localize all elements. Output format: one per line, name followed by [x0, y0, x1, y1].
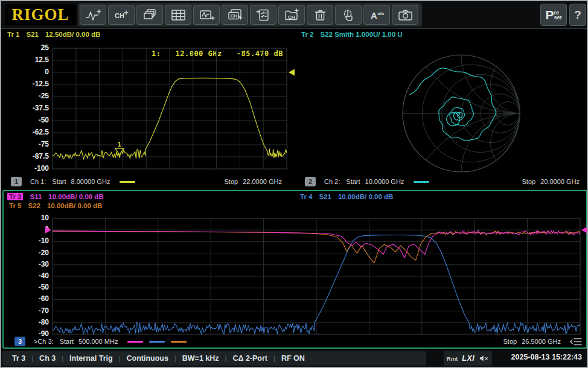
ch3-stop-label: Stop — [503, 338, 517, 345]
ch3-label: >Ch 3: — [34, 338, 54, 345]
trace4-line-sample — [149, 341, 165, 343]
y-tick-label: -75 — [22, 140, 49, 148]
preset-button[interactable]: P reset — [540, 4, 567, 26]
trace1-header: Tr 1 S21 12.50dB/ 0.00 dB — [7, 31, 100, 38]
trace1-line-sample — [120, 181, 135, 183]
trace5-scale: 10.00dB/ 0.00 dB — [47, 202, 102, 209]
y-tick-label: -12.5 — [22, 80, 49, 88]
status-item: BW=1 kHz — [182, 354, 219, 363]
smith-plot[interactable] — [296, 29, 587, 189]
svg-text:uto: uto — [377, 11, 384, 16]
status-separator: | — [174, 355, 176, 362]
trace3-line-sample — [127, 341, 143, 343]
svg-text:CH: CH — [288, 14, 295, 19]
status-item: RF ON — [281, 354, 305, 363]
y-tick-label: -40 — [22, 271, 49, 280]
y-tick-label: -62.5 — [22, 128, 49, 136]
status-separator: | — [119, 355, 121, 362]
trace5-header: Tr 5 S22 10.00dB/ 0.00 dB — [9, 202, 102, 209]
add-trace-button[interactable] — [80, 5, 106, 25]
channel1-footer: 1 Ch 1: Start 8.00000 GHz Stop 22.0000 G… — [11, 176, 282, 187]
channel-manager-button[interactable]: CH — [278, 5, 305, 25]
y-tick-label: -50 — [22, 116, 49, 124]
status-remote: Rmt LXI — [444, 351, 492, 366]
channel2-footer: 2 Ch 2: Start 10.0000 GHz Stop 20.0000 G… — [305, 176, 580, 187]
trace3-param: S11 — [30, 193, 42, 200]
ch2-start-value: 10.0000 GHz — [365, 178, 404, 185]
toolbar-buttons: CHCHCHAuto — [78, 3, 422, 27]
add-channel-button[interactable]: CH — [108, 5, 135, 25]
y-tick-label: -60 — [22, 294, 49, 303]
datetime: 2025-08-13 15:22:43 — [511, 353, 582, 361]
ch2-stop-label: Stop — [522, 178, 536, 185]
touch-button[interactable] — [335, 5, 362, 25]
trace1-scale: 12.50dB/ 0.00 dB — [45, 31, 100, 38]
svg-text:CH: CH — [230, 13, 237, 19]
status-left: Tr 3|Ch 3|Internal Trig|Continuous|BW=1 … — [2, 351, 426, 366]
channel1-badge[interactable]: 1 — [11, 177, 22, 186]
remote-indicator: Rmt — [447, 355, 458, 362]
trace4-param: S21 — [319, 193, 331, 200]
trace3-header: Tr 3 S11 10.00dB/ 0.00 dB — [7, 193, 104, 200]
status-item: Tr 3 — [12, 354, 25, 363]
status-separator: | — [31, 355, 33, 362]
ch1-stop-label: Stop — [225, 178, 238, 185]
trace5-param: S22 — [28, 202, 40, 209]
ch2-label: Ch 2: — [324, 178, 340, 185]
y-tick-label: 12.5 — [22, 56, 49, 64]
svg-text:CH: CH — [115, 12, 124, 19]
trace1-param: S21 — [26, 31, 38, 38]
ch2-stop-value: 20.0000 GHz — [540, 178, 580, 185]
y-tick-label: -30 — [22, 260, 49, 268]
ch2-start-label: Start — [346, 178, 360, 185]
y-tick-label: -80 — [22, 318, 49, 326]
trace5-line-sample — [171, 341, 187, 343]
y-tick-label: -37.5 — [22, 104, 49, 112]
trace-manager-button[interactable] — [250, 5, 276, 25]
toolbar: RIGOL CHCHCHAuto P reset ? — [1, 1, 587, 29]
ch1-stop-value: 22.0000 GHz — [243, 178, 282, 185]
ref-level-marker — [289, 69, 295, 76]
new-channel-window-button[interactable]: CH — [222, 5, 248, 25]
status-item: Internal Trig — [69, 354, 113, 363]
window-layout-button[interactable] — [136, 5, 163, 25]
channel2-badge[interactable]: 2 — [305, 177, 316, 186]
status-separator: | — [62, 355, 63, 362]
status-item: Ch 3 — [39, 354, 56, 363]
speaker-muted-icon — [479, 355, 489, 362]
channel1-panel[interactable]: Tr 1 S21 12.50dB/ 0.00 dB 1: 12.000 GHz … — [2, 29, 295, 189]
ch1-start-value: 8.00000 GHz — [71, 178, 110, 185]
channel3-footer: 3 >Ch 3: Start 500.000 MHz Stop 26.5000 … — [14, 336, 583, 347]
channel3-badge[interactable]: 3 — [14, 337, 25, 346]
y-tick-label: -10 — [22, 236, 49, 245]
y-tick-label: -20 — [22, 249, 49, 257]
new-trace-window-button[interactable] — [193, 5, 220, 25]
trace1-id: Tr 1 — [7, 31, 19, 38]
preset-label: P reset — [545, 8, 561, 21]
channel2-panel[interactable]: Tr 2 S22 Smith 1.000U/ 1.00 U 2 Ch 2: St… — [296, 29, 587, 189]
trace4-id: Tr 4 — [300, 193, 312, 200]
svg-text:A: A — [371, 10, 377, 20]
multi-trace-plot[interactable] — [53, 218, 580, 334]
ch1-start-label: Start — [52, 178, 66, 185]
lxi-indicator: LXI — [462, 354, 475, 363]
svg-text:1: 1 — [118, 141, 121, 148]
channel3-panel[interactable]: Tr 3 S11 10.00dB/ 0.00 dB Tr 4 S21 10.00… — [2, 190, 587, 349]
delete-button[interactable] — [307, 5, 333, 25]
trace4-header: Tr 4 S21 10.00dB/ 0.00 dB — [300, 193, 393, 200]
measurement-table-button[interactable] — [165, 5, 191, 25]
vna-screen: RIGOL CHCHCHAuto P reset ? Tr 1 S21 12.5… — [0, 0, 588, 368]
s21-plot[interactable]: 1 — [53, 48, 287, 169]
trace3-id[interactable]: Tr 3 — [7, 193, 23, 200]
status-bar: Tr 3|Ch 3|Internal Trig|Continuous|BW=1 … — [1, 350, 587, 367]
y-tick-label: 0 — [22, 225, 49, 233]
status-item: CΔ 2-Port — [232, 354, 267, 363]
menu-collapse-icon[interactable] — [569, 337, 583, 346]
auto-scale-button[interactable]: Auto — [363, 5, 390, 25]
trace5-id: Tr 5 — [9, 202, 21, 209]
help-button[interactable]: ? — [569, 4, 586, 26]
y-tick-label: -100 — [22, 164, 49, 173]
trace4-scale: 10.00dB/ 0.00 dB — [338, 193, 393, 200]
screenshot-button[interactable] — [392, 5, 418, 25]
trace3-scale: 10.00dB/ 0.00 dB — [48, 193, 103, 200]
